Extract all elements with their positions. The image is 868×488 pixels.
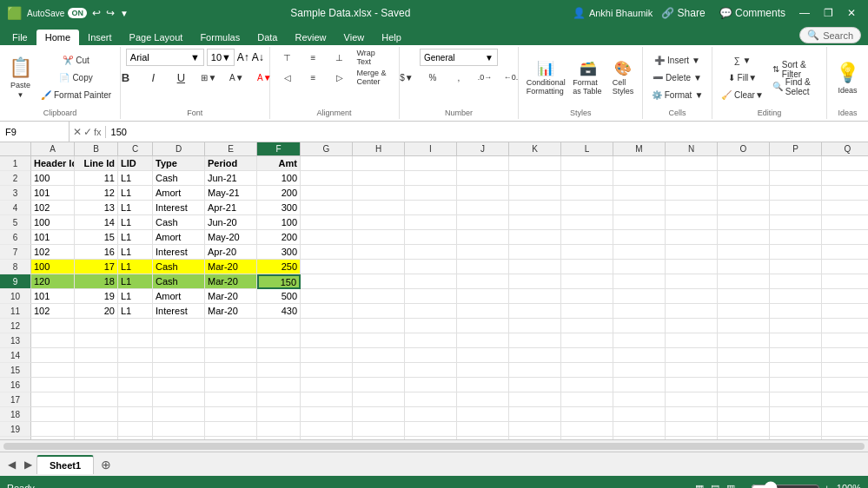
cell[interactable]: Cash (153, 260, 205, 274)
cell-empty[interactable] (666, 215, 718, 230)
minimize-button[interactable]: — (794, 5, 815, 21)
cell-empty[interactable] (822, 392, 868, 407)
tab-home[interactable]: Home (36, 30, 79, 45)
row-number[interactable]: 9 (0, 274, 31, 289)
cell-empty[interactable] (405, 171, 457, 186)
cell[interactable]: Cash (153, 215, 205, 230)
cell[interactable] (153, 422, 205, 437)
cell-empty[interactable] (666, 289, 718, 304)
cell-empty[interactable] (301, 201, 353, 215)
cell-empty[interactable] (457, 363, 509, 378)
cell-empty[interactable] (561, 201, 613, 215)
cell[interactable] (153, 378, 205, 392)
merge-button[interactable]: Merge & Center (354, 69, 394, 86)
cell-empty[interactable] (353, 348, 405, 363)
cell[interactable]: 100 (31, 260, 75, 274)
formula-input[interactable]: 150 (106, 127, 868, 137)
row-number[interactable]: 3 (0, 186, 31, 201)
row-number[interactable]: 1 (0, 156, 31, 171)
cell-empty[interactable] (457, 422, 509, 437)
cell[interactable] (257, 392, 301, 407)
cell[interactable] (153, 363, 205, 378)
cell-empty[interactable] (666, 392, 718, 407)
add-sheet-button[interactable]: ⊕ (96, 456, 116, 473)
cell-empty[interactable] (770, 319, 822, 333)
cell-empty[interactable] (770, 304, 822, 319)
cell-empty[interactable] (666, 407, 718, 422)
row-number[interactable]: 19 (0, 422, 31, 437)
cell[interactable]: L1 (118, 201, 153, 215)
cell-empty[interactable] (509, 274, 561, 289)
ideas-button[interactable]: 💡 Ideas (832, 54, 863, 102)
row-number[interactable]: 6 (0, 230, 31, 245)
align-right-button[interactable]: ▷ (328, 69, 352, 86)
cell-empty[interactable] (457, 333, 509, 348)
cell-empty[interactable] (457, 156, 509, 171)
cell[interactable] (75, 348, 118, 363)
cell-empty[interactable] (457, 171, 509, 186)
row-number[interactable]: 5 (0, 215, 31, 230)
cell[interactable]: L1 (118, 260, 153, 274)
cell-empty[interactable] (301, 348, 353, 363)
row-number[interactable]: 12 (0, 319, 31, 333)
tab-view[interactable]: View (335, 30, 374, 45)
cell[interactable] (153, 407, 205, 422)
cell-empty[interactable] (666, 304, 718, 319)
cell[interactable] (205, 437, 257, 439)
cell-empty[interactable] (457, 201, 509, 215)
cell[interactable] (205, 378, 257, 392)
cell[interactable] (75, 319, 118, 333)
cell[interactable]: Jun-21 (205, 171, 257, 186)
cell-empty[interactable] (301, 378, 353, 392)
cell-empty[interactable] (561, 348, 613, 363)
insert-button[interactable]: ➕Insert▼ (648, 52, 707, 69)
cell[interactable]: 100 (257, 171, 301, 186)
col-header-k[interactable]: K (509, 142, 561, 155)
cell[interactable]: Interest (153, 201, 205, 215)
cell-empty[interactable] (405, 156, 457, 171)
underline-button[interactable]: U (169, 69, 193, 86)
cancel-formula-icon[interactable]: ✕ (73, 126, 82, 138)
cell-empty[interactable] (353, 186, 405, 201)
col-header-q[interactable]: Q (822, 142, 868, 155)
share-button[interactable]: 🔗 Share (656, 5, 710, 21)
cell-empty[interactable] (770, 215, 822, 230)
cell-empty[interactable] (613, 171, 666, 186)
fill-button[interactable]: ⬇Fill▼ (718, 69, 767, 87)
row-number[interactable]: 13 (0, 333, 31, 348)
cell[interactable] (205, 333, 257, 348)
cell[interactable]: 300 (257, 245, 301, 260)
cell-empty[interactable] (405, 245, 457, 260)
cell[interactable]: Type (153, 156, 205, 171)
cell-empty[interactable] (666, 186, 718, 201)
cell-empty[interactable] (509, 378, 561, 392)
cell[interactable]: 11 (75, 171, 118, 186)
delete-button[interactable]: ➖Delete▼ (648, 69, 707, 87)
cell[interactable]: Amt (257, 156, 301, 171)
tab-review[interactable]: Review (286, 30, 335, 45)
cell-empty[interactable] (770, 186, 822, 201)
restore-button[interactable]: ❐ (818, 5, 838, 21)
cell-empty[interactable] (822, 156, 868, 171)
tab-help[interactable]: Help (373, 30, 410, 45)
cell-empty[interactable] (770, 245, 822, 260)
cell-empty[interactable] (353, 437, 405, 439)
cell-empty[interactable] (301, 274, 353, 289)
cell[interactable]: 13 (75, 201, 118, 215)
cell[interactable] (118, 407, 153, 422)
cell[interactable]: 102 (31, 201, 75, 215)
cell-empty[interactable] (666, 171, 718, 186)
cell-empty[interactable] (457, 260, 509, 274)
cell-empty[interactable] (301, 437, 353, 439)
cell-empty[interactable] (718, 230, 770, 245)
cell-empty[interactable] (405, 289, 457, 304)
cell-empty[interactable] (457, 348, 509, 363)
cell[interactable]: May-21 (205, 186, 257, 201)
cell-empty[interactable] (822, 215, 868, 230)
cell[interactable] (118, 319, 153, 333)
cell-empty[interactable] (457, 289, 509, 304)
cell-empty[interactable] (509, 260, 561, 274)
cell[interactable]: L1 (118, 230, 153, 245)
cell[interactable]: Apr-20 (205, 245, 257, 260)
cell-empty[interactable] (509, 289, 561, 304)
